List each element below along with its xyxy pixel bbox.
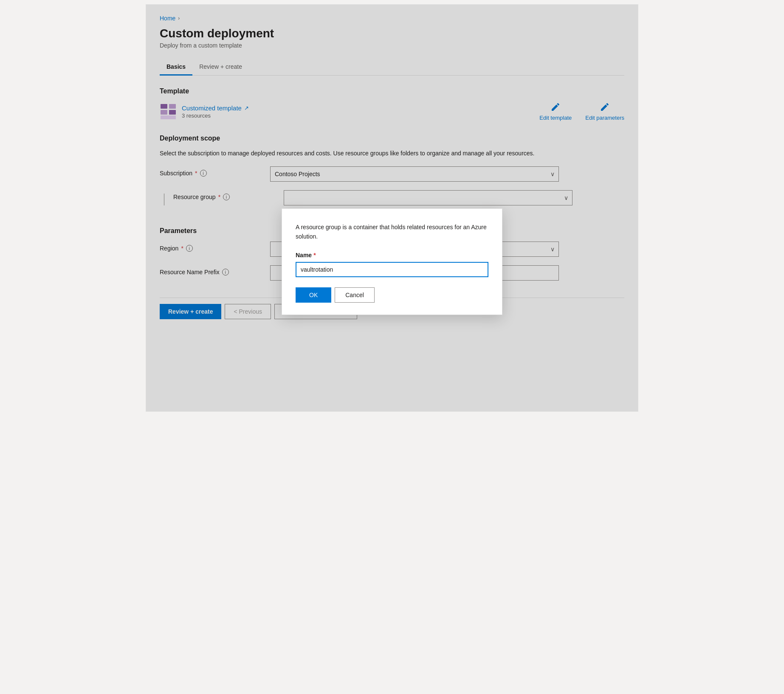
create-resource-group-modal: A resource group is a container that hol… <box>282 208 502 315</box>
modal-description: A resource group is a container that hol… <box>296 222 488 242</box>
page-container: Home › Custom deployment Deploy from a c… <box>146 4 638 412</box>
modal-actions: OK Cancel <box>296 287 488 303</box>
modal-overlay: A resource group is a container that hol… <box>146 5 638 411</box>
modal-name-label: Name * <box>296 252 488 258</box>
modal-cancel-button[interactable]: Cancel <box>335 287 375 303</box>
modal-ok-button[interactable]: OK <box>296 287 331 303</box>
modal-name-required-star: * <box>313 252 316 258</box>
modal-name-input[interactable] <box>296 262 488 277</box>
